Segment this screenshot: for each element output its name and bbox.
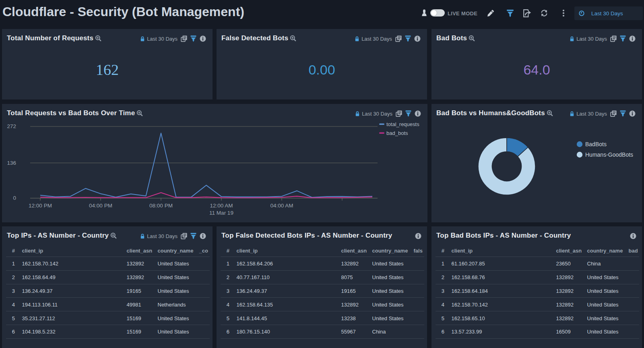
svg-text:BadBots: BadBots bbox=[585, 141, 607, 147]
svg-text:bad_bots: bad_bots bbox=[386, 130, 408, 136]
svg-text:08:00 PM: 08:00 PM bbox=[149, 203, 173, 209]
svg-text:12:00 PM: 12:00 PM bbox=[29, 203, 52, 209]
svg-text:11 Mar 19: 11 Mar 19 bbox=[209, 210, 233, 216]
svg-text:Humans-GoodBots: Humans-GoodBots bbox=[585, 151, 633, 158]
svg-text:0: 0 bbox=[13, 195, 16, 201]
svg-text:04:00 AM: 04:00 AM bbox=[270, 203, 293, 209]
svg-text:total_requests: total_requests bbox=[386, 121, 419, 127]
svg-text:136: 136 bbox=[7, 160, 16, 166]
svg-text:04:00 PM: 04:00 PM bbox=[89, 203, 112, 209]
svg-text:12:00 AM: 12:00 AM bbox=[210, 203, 233, 209]
svg-text:272: 272 bbox=[7, 123, 16, 129]
